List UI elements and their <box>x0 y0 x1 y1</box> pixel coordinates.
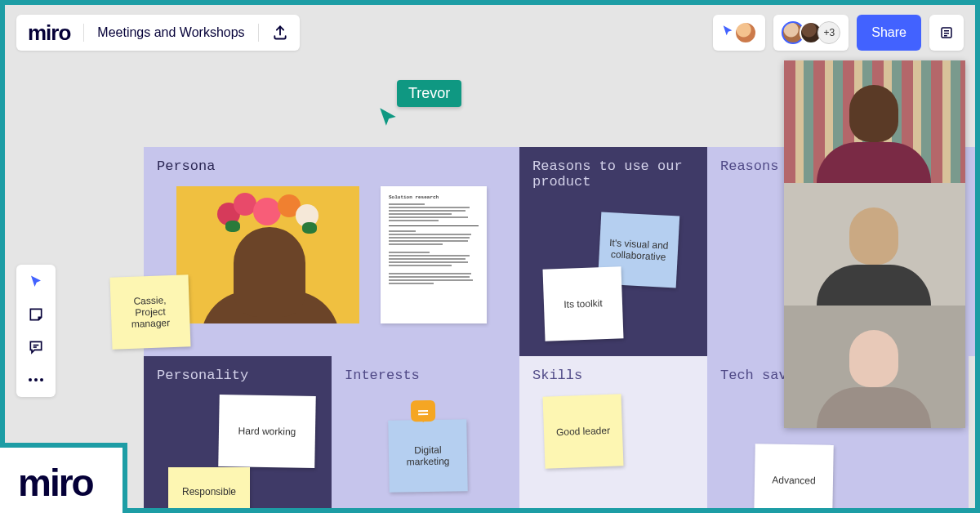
remote-cursor-icon <box>377 106 399 131</box>
section-title: Persona <box>157 158 215 174</box>
canvas-app: miro Meetings and Workshops +3 Share <box>5 5 975 508</box>
section-personality[interactable]: Personality Hard working Responsible <box>144 356 332 508</box>
sticky-note[interactable]: Digital marketing <box>388 419 468 493</box>
miro-watermark: miro <box>0 443 127 513</box>
board-bar: miro Meetings and Workshops <box>16 15 300 51</box>
doc-title: Solution research <box>389 194 479 201</box>
activity-button[interactable] <box>929 15 964 51</box>
sticky-note[interactable]: Good leader <box>542 394 623 468</box>
persona-photo[interactable] <box>176 186 359 323</box>
section-title: Reasons to use our product <box>532 158 683 190</box>
more-users-badge[interactable]: +3 <box>817 21 840 44</box>
section-reasons[interactable]: Reasons to use our product It's visual a… <box>519 147 707 356</box>
note-text: Digital marketing <box>395 444 461 467</box>
remote-cursor-label: Trevor <box>397 80 461 107</box>
export-icon[interactable] <box>272 25 288 41</box>
cursor-icon <box>721 25 734 42</box>
comment-icon[interactable] <box>411 400 435 422</box>
svg-point-8 <box>40 378 43 381</box>
select-tool[interactable] <box>27 273 45 291</box>
miro-logo: miro <box>18 461 93 505</box>
video-tile[interactable] <box>784 60 965 183</box>
section-title: Interests <box>345 368 420 383</box>
sticky-note-tool[interactable] <box>27 306 45 323</box>
share-button[interactable]: Share <box>857 15 921 51</box>
research-document[interactable]: Solution research <box>381 186 487 323</box>
section-skills[interactable]: Skills Good leader <box>519 356 707 508</box>
comment-tool[interactable] <box>27 338 45 356</box>
divider <box>258 24 259 42</box>
svg-point-6 <box>29 378 32 381</box>
video-tile[interactable] <box>784 183 965 306</box>
section-title: Skills <box>532 368 582 383</box>
divider <box>83 24 84 42</box>
collaborator-avatars[interactable]: +3 <box>773 15 849 51</box>
more-tools[interactable] <box>27 371 45 389</box>
avatar[interactable] <box>734 21 757 44</box>
sticky-note[interactable]: Hard working <box>218 395 316 468</box>
section-interests[interactable]: Interests Digital marketing <box>332 356 519 508</box>
section-persona[interactable]: Persona Solution research <box>144 147 519 356</box>
sticky-note[interactable]: Its toolkit <box>542 266 623 341</box>
video-tile[interactable] <box>784 306 965 428</box>
sticky-note-cassie[interactable]: Cassie, Project manager <box>109 274 190 349</box>
presence-bar: +3 Share <box>713 15 964 51</box>
miro-logo: miro <box>28 20 70 46</box>
svg-point-7 <box>34 378 38 381</box>
sticky-note[interactable]: Responsible <box>168 467 250 508</box>
section-title: Personality <box>157 368 248 383</box>
video-call-panel[interactable] <box>784 60 965 428</box>
facilitator-avatars[interactable] <box>713 15 765 51</box>
sticky-note[interactable]: Advanced <box>754 444 834 508</box>
tool-toolbar <box>16 265 56 397</box>
board-title[interactable]: Meetings and Workshops <box>97 25 244 40</box>
